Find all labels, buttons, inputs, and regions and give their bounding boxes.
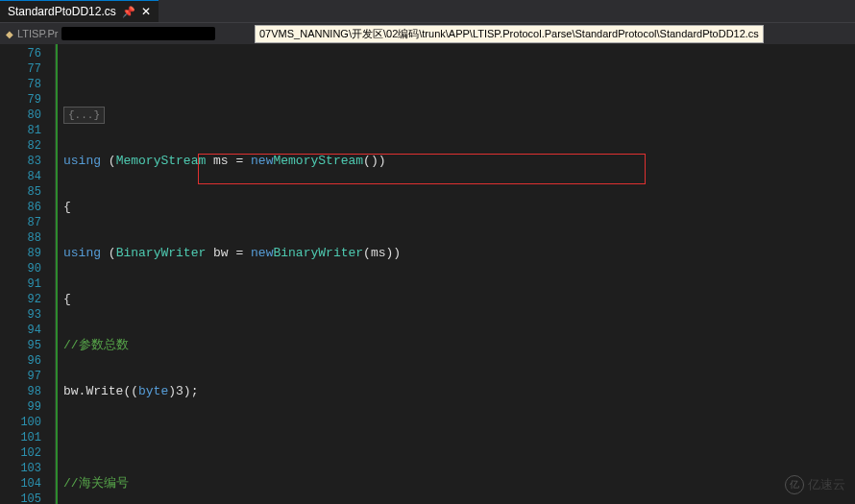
tab-filename: StandardPtoDD12.cs xyxy=(8,5,116,18)
line-number: 81 xyxy=(0,123,41,138)
line-number: 84 xyxy=(0,169,41,184)
breadcrumb-bar[interactable]: ◆ LTISP.Pr 07VMS_NANNING\开发区\02编码\trunk\… xyxy=(0,23,855,44)
line-number: 79 xyxy=(0,92,41,108)
line-number: 102 xyxy=(0,445,41,461)
line-number: 105 xyxy=(0,492,41,504)
path-tooltip: 07VMS_NANNING\开发区\02编码\trunk\APP\LTISP.P… xyxy=(255,25,764,43)
line-number: 99 xyxy=(0,399,41,415)
code-line: //参数总数 xyxy=(63,338,855,353)
line-number: 97 xyxy=(0,369,41,384)
line-number: 86 xyxy=(0,200,41,215)
breadcrumb-namespace: LTISP.Pr xyxy=(17,28,58,39)
line-number: 83 xyxy=(0,154,41,169)
code-line xyxy=(63,430,855,445)
line-number: 92 xyxy=(0,292,41,307)
line-number: 77 xyxy=(0,61,41,77)
line-number: 76 xyxy=(0,46,41,61)
code-line: using (BinaryWriter bw = new BinaryWrite… xyxy=(63,246,855,261)
line-number: 88 xyxy=(0,230,41,246)
line-number: 104 xyxy=(0,476,41,492)
code-line: { xyxy=(63,200,855,215)
line-number: 94 xyxy=(0,323,41,338)
line-number: 90 xyxy=(0,261,41,276)
pin-icon[interactable]: 📌 xyxy=(122,6,135,18)
line-number: 82 xyxy=(0,138,41,154)
line-number: 100 xyxy=(0,415,41,430)
line-number: 101 xyxy=(0,430,41,445)
line-number: 89 xyxy=(0,246,41,261)
tab-bar: StandardPtoDD12.cs 📌 ✕ xyxy=(0,0,855,23)
code-line: {...} xyxy=(63,108,855,123)
close-icon[interactable]: ✕ xyxy=(141,5,151,18)
breadcrumb-redacted xyxy=(61,27,215,40)
watermark-text: 亿速云 xyxy=(808,476,845,493)
namespace-icon: ◆ xyxy=(6,29,13,39)
line-number: 103 xyxy=(0,461,41,476)
watermark: 亿 亿速云 xyxy=(785,475,845,494)
watermark-icon: 亿 xyxy=(785,475,804,494)
collapsed-region[interactable]: {...} xyxy=(63,107,105,124)
file-tab[interactable]: StandardPtoDD12.cs 📌 ✕ xyxy=(0,0,159,22)
line-number: 85 xyxy=(0,184,41,200)
line-number: 93 xyxy=(0,307,41,323)
code-editor[interactable]: 7677787980818283848586878889909192939495… xyxy=(0,44,855,504)
code-line: //海关编号 xyxy=(63,476,855,492)
line-number: 91 xyxy=(0,276,41,292)
code-line: { xyxy=(63,292,855,307)
line-number: 96 xyxy=(0,353,41,369)
line-number: 80 xyxy=(0,108,41,123)
code-line: using (MemoryStream ms = new MemoryStrea… xyxy=(63,154,855,169)
line-number: 87 xyxy=(0,215,41,230)
code-area[interactable]: {...} using (MemoryStream ms = new Memor… xyxy=(56,44,855,504)
line-number: 95 xyxy=(0,338,41,353)
line-number-gutter: 7677787980818283848586878889909192939495… xyxy=(0,44,56,504)
line-number: 78 xyxy=(0,77,41,92)
code-line: bw.Write((byte)3); xyxy=(63,384,855,399)
line-number: 98 xyxy=(0,384,41,399)
